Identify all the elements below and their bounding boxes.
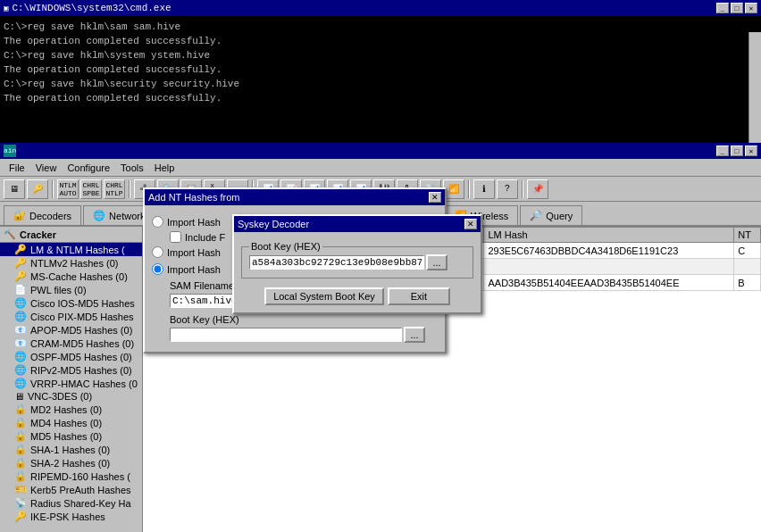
syskey-exit-button[interactable]: Exit — [388, 287, 450, 305]
cmd-line-2: The operation completed successfully. — [4, 34, 757, 48]
syskey-close-button[interactable]: ✕ — [464, 219, 477, 229]
cmd-line-5: The operation completed successfully. — [4, 62, 757, 77]
cmd-line-4: C:\>reg save hklm\system ystem.hive — [4, 48, 757, 62]
syskey-boot-key-label: Boot Key (HEX) — [249, 241, 322, 252]
syskey-dialog-body: Boot Key (HEX) ... Local System Boot Key… — [234, 232, 481, 312]
minimize-button[interactable]: _ — [716, 3, 729, 13]
cmd-line-7: C:\>reg save hklm\security security.hive — [4, 77, 757, 91]
cmd-icon: ▣ — [4, 4, 8, 13]
addnt-dialog-title: Add NT Hashes from ✕ — [145, 189, 445, 205]
syskey-dialog-title: Syskey Decoder ✕ — [234, 216, 481, 232]
cmd-line-1: C:\>reg save hklm\sam sam.hive — [4, 20, 757, 34]
radio-import3[interactable] — [152, 263, 163, 275]
addnt-close-button[interactable]: ✕ — [429, 192, 441, 203]
include-f-label: Include F — [185, 232, 225, 243]
cmd-window: ▣ C:\WINDOWS\system32\cmd.exe _ □ ✕ C:\>… — [0, 0, 761, 143]
cmd-line-8: The operation completed successfully. — [4, 91, 757, 105]
close-button[interactable]: ✕ — [745, 3, 757, 13]
syskey-dialog[interactable]: Syskey Decoder ✕ Boot Key (HEX) ... Loca… — [232, 214, 482, 314]
include-f-checkbox[interactable] — [170, 231, 181, 243]
syskey-browse-button[interactable]: ... — [426, 254, 447, 270]
dialog-overlay: Add NT Hashes from ✕ Import Hash Include… — [0, 143, 761, 532]
cmd-title: C:\WINDOWS\system32\cmd.exe — [12, 3, 171, 13]
radio3-label: Import Hash — [167, 264, 221, 275]
cmd-title-bar: ▣ C:\WINDOWS\system32\cmd.exe _ □ ✕ — [0, 0, 761, 16]
boot-key-input[interactable] — [170, 328, 402, 342]
radio1-label: Import Hash — [167, 217, 221, 228]
radio-import2[interactable] — [152, 246, 163, 258]
boot-key-label: Boot Key (HEX) — [170, 314, 438, 325]
cmd-content: C:\>reg save hklm\sam sam.hive The opera… — [0, 16, 761, 143]
syskey-boot-key-input[interactable] — [249, 255, 424, 270]
boot-browse-button[interactable]: ... — [404, 327, 425, 343]
maximize-button[interactable]: □ — [731, 3, 743, 13]
cmd-scrollbar[interactable] — [748, 32, 761, 143]
main-app: aïn _ □ ✕ File View Configure Tools Help… — [0, 143, 761, 532]
local-system-boot-key-button[interactable]: Local System Boot Key — [264, 287, 384, 305]
radio2-label: Import Hash — [167, 247, 221, 258]
radio-import1[interactable] — [152, 216, 163, 228]
